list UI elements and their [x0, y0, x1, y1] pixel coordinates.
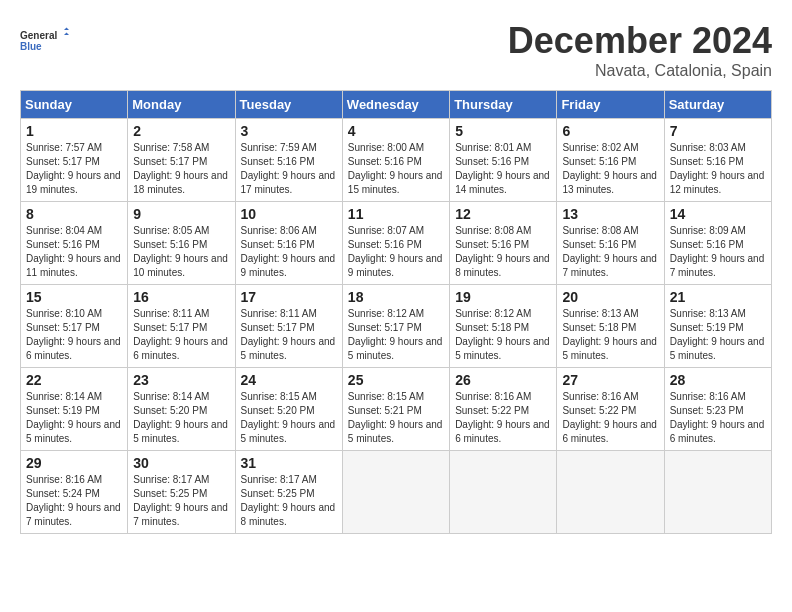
calendar-cell: 24 Sunrise: 8:15 AM Sunset: 5:20 PM Dayl…	[235, 368, 342, 451]
calendar-cell: 6 Sunrise: 8:02 AM Sunset: 5:16 PM Dayli…	[557, 119, 664, 202]
day-info: Sunrise: 8:17 AM Sunset: 5:25 PM Dayligh…	[241, 473, 337, 529]
sunrise-label: Sunrise: 8:09 AM	[670, 225, 746, 236]
day-info: Sunrise: 8:16 AM Sunset: 5:23 PM Dayligh…	[670, 390, 766, 446]
sunset-label: Sunset: 5:16 PM	[562, 156, 636, 167]
day-info: Sunrise: 8:00 AM Sunset: 5:16 PM Dayligh…	[348, 141, 444, 197]
sunset-label: Sunset: 5:25 PM	[133, 488, 207, 499]
day-info: Sunrise: 8:15 AM Sunset: 5:21 PM Dayligh…	[348, 390, 444, 446]
day-number: 30	[133, 455, 229, 471]
calendar-week-row: 15 Sunrise: 8:10 AM Sunset: 5:17 PM Dayl…	[21, 285, 772, 368]
day-info: Sunrise: 8:16 AM Sunset: 5:22 PM Dayligh…	[455, 390, 551, 446]
day-info: Sunrise: 8:14 AM Sunset: 5:20 PM Dayligh…	[133, 390, 229, 446]
sunset-label: Sunset: 5:17 PM	[133, 322, 207, 333]
calendar-cell: 19 Sunrise: 8:12 AM Sunset: 5:18 PM Dayl…	[450, 285, 557, 368]
day-number: 26	[455, 372, 551, 388]
daylight-label: Daylight: 9 hours and 7 minutes.	[670, 253, 765, 278]
calendar-cell: 13 Sunrise: 8:08 AM Sunset: 5:16 PM Dayl…	[557, 202, 664, 285]
calendar-cell: 28 Sunrise: 8:16 AM Sunset: 5:23 PM Dayl…	[664, 368, 771, 451]
daylight-label: Daylight: 9 hours and 7 minutes.	[133, 502, 228, 527]
daylight-label: Daylight: 9 hours and 5 minutes.	[26, 419, 121, 444]
calendar-cell	[664, 451, 771, 534]
sunset-label: Sunset: 5:16 PM	[670, 156, 744, 167]
day-info: Sunrise: 8:13 AM Sunset: 5:18 PM Dayligh…	[562, 307, 658, 363]
sunrise-label: Sunrise: 8:15 AM	[241, 391, 317, 402]
daylight-label: Daylight: 9 hours and 6 minutes.	[133, 336, 228, 361]
sunset-label: Sunset: 5:20 PM	[133, 405, 207, 416]
sunrise-label: Sunrise: 8:08 AM	[562, 225, 638, 236]
day-info: Sunrise: 8:12 AM Sunset: 5:17 PM Dayligh…	[348, 307, 444, 363]
sunrise-label: Sunrise: 8:14 AM	[26, 391, 102, 402]
calendar-cell: 23 Sunrise: 8:14 AM Sunset: 5:20 PM Dayl…	[128, 368, 235, 451]
day-number: 25	[348, 372, 444, 388]
calendar-day-header: Monday	[128, 91, 235, 119]
sunrise-label: Sunrise: 8:05 AM	[133, 225, 209, 236]
sunrise-label: Sunrise: 7:59 AM	[241, 142, 317, 153]
daylight-label: Daylight: 9 hours and 5 minutes.	[348, 336, 443, 361]
day-number: 1	[26, 123, 122, 139]
day-info: Sunrise: 8:12 AM Sunset: 5:18 PM Dayligh…	[455, 307, 551, 363]
daylight-label: Daylight: 9 hours and 6 minutes.	[455, 419, 550, 444]
sunrise-label: Sunrise: 8:13 AM	[562, 308, 638, 319]
calendar-cell: 9 Sunrise: 8:05 AM Sunset: 5:16 PM Dayli…	[128, 202, 235, 285]
day-info: Sunrise: 8:04 AM Sunset: 5:16 PM Dayligh…	[26, 224, 122, 280]
day-number: 20	[562, 289, 658, 305]
calendar-week-row: 29 Sunrise: 8:16 AM Sunset: 5:24 PM Dayl…	[21, 451, 772, 534]
daylight-label: Daylight: 9 hours and 6 minutes.	[670, 419, 765, 444]
calendar-cell: 15 Sunrise: 8:10 AM Sunset: 5:17 PM Dayl…	[21, 285, 128, 368]
sunset-label: Sunset: 5:17 PM	[241, 322, 315, 333]
sunrise-label: Sunrise: 8:16 AM	[670, 391, 746, 402]
daylight-label: Daylight: 9 hours and 11 minutes.	[26, 253, 121, 278]
sunset-label: Sunset: 5:24 PM	[26, 488, 100, 499]
sunset-label: Sunset: 5:19 PM	[670, 322, 744, 333]
sunrise-label: Sunrise: 8:17 AM	[133, 474, 209, 485]
daylight-label: Daylight: 9 hours and 5 minutes.	[241, 336, 336, 361]
daylight-label: Daylight: 9 hours and 5 minutes.	[133, 419, 228, 444]
day-number: 31	[241, 455, 337, 471]
calendar-cell: 3 Sunrise: 7:59 AM Sunset: 5:16 PM Dayli…	[235, 119, 342, 202]
sunrise-label: Sunrise: 8:03 AM	[670, 142, 746, 153]
day-info: Sunrise: 8:07 AM Sunset: 5:16 PM Dayligh…	[348, 224, 444, 280]
calendar-cell: 5 Sunrise: 8:01 AM Sunset: 5:16 PM Dayli…	[450, 119, 557, 202]
sunrise-label: Sunrise: 8:16 AM	[26, 474, 102, 485]
sunset-label: Sunset: 5:16 PM	[348, 239, 422, 250]
sunset-label: Sunset: 5:18 PM	[562, 322, 636, 333]
sunset-label: Sunset: 5:17 PM	[133, 156, 207, 167]
day-number: 21	[670, 289, 766, 305]
day-number: 16	[133, 289, 229, 305]
day-info: Sunrise: 8:09 AM Sunset: 5:16 PM Dayligh…	[670, 224, 766, 280]
daylight-label: Daylight: 9 hours and 14 minutes.	[455, 170, 550, 195]
sunrise-label: Sunrise: 8:01 AM	[455, 142, 531, 153]
day-number: 2	[133, 123, 229, 139]
calendar-cell: 31 Sunrise: 8:17 AM Sunset: 5:25 PM Dayl…	[235, 451, 342, 534]
sunset-label: Sunset: 5:17 PM	[26, 322, 100, 333]
location-title: Navata, Catalonia, Spain	[508, 62, 772, 80]
sunset-label: Sunset: 5:16 PM	[26, 239, 100, 250]
daylight-label: Daylight: 9 hours and 17 minutes.	[241, 170, 336, 195]
day-number: 13	[562, 206, 658, 222]
day-info: Sunrise: 8:02 AM Sunset: 5:16 PM Dayligh…	[562, 141, 658, 197]
calendar-day-header: Thursday	[450, 91, 557, 119]
svg-marker-3	[64, 33, 69, 36]
day-number: 4	[348, 123, 444, 139]
sunset-label: Sunset: 5:20 PM	[241, 405, 315, 416]
day-info: Sunrise: 8:05 AM Sunset: 5:16 PM Dayligh…	[133, 224, 229, 280]
sunrise-label: Sunrise: 8:17 AM	[241, 474, 317, 485]
daylight-label: Daylight: 9 hours and 5 minutes.	[670, 336, 765, 361]
sunset-label: Sunset: 5:16 PM	[348, 156, 422, 167]
sunrise-label: Sunrise: 8:11 AM	[133, 308, 209, 319]
day-number: 24	[241, 372, 337, 388]
sunset-label: Sunset: 5:16 PM	[562, 239, 636, 250]
calendar-day-header: Saturday	[664, 91, 771, 119]
calendar-cell	[342, 451, 449, 534]
calendar-cell: 18 Sunrise: 8:12 AM Sunset: 5:17 PM Dayl…	[342, 285, 449, 368]
sunset-label: Sunset: 5:22 PM	[455, 405, 529, 416]
day-number: 19	[455, 289, 551, 305]
calendar-cell: 7 Sunrise: 8:03 AM Sunset: 5:16 PM Dayli…	[664, 119, 771, 202]
day-number: 6	[562, 123, 658, 139]
day-info: Sunrise: 8:08 AM Sunset: 5:16 PM Dayligh…	[455, 224, 551, 280]
sunrise-label: Sunrise: 7:58 AM	[133, 142, 209, 153]
sunset-label: Sunset: 5:23 PM	[670, 405, 744, 416]
daylight-label: Daylight: 9 hours and 6 minutes.	[26, 336, 121, 361]
calendar-cell: 22 Sunrise: 8:14 AM Sunset: 5:19 PM Dayl…	[21, 368, 128, 451]
calendar-week-row: 1 Sunrise: 7:57 AM Sunset: 5:17 PM Dayli…	[21, 119, 772, 202]
